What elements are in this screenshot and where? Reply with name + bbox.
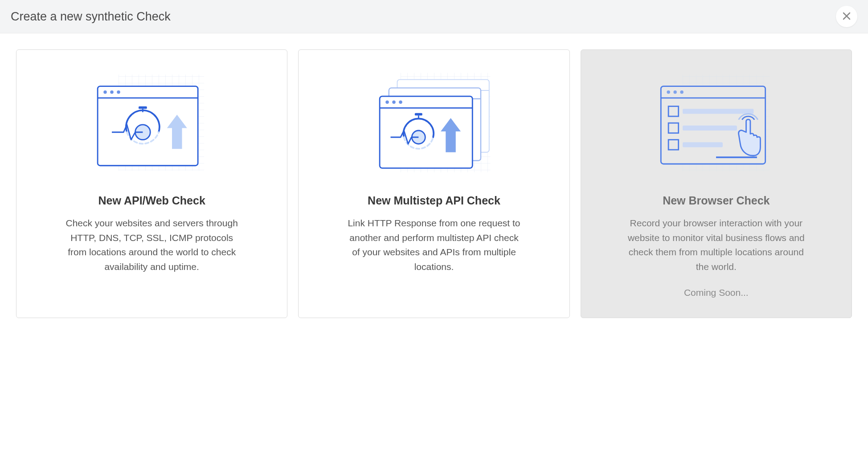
card-title: New Browser Check xyxy=(663,194,770,207)
dialog-title: Create a new synthetic Check xyxy=(11,10,171,24)
svg-point-32 xyxy=(674,90,677,94)
dialog-header: Create a new synthetic Check xyxy=(0,0,868,33)
card-api-web-check[interactable]: New API/Web Check Check your websites an… xyxy=(16,49,287,318)
card-description: Link HTTP Response from one request to a… xyxy=(345,216,523,274)
close-icon xyxy=(842,9,851,24)
svg-rect-39 xyxy=(683,142,723,147)
api-web-check-icon xyxy=(85,66,219,182)
svg-rect-37 xyxy=(683,126,737,131)
svg-point-22 xyxy=(399,101,402,104)
card-title: New API/Web Check xyxy=(98,194,205,207)
browser-check-icon xyxy=(649,66,783,182)
card-multistep-api-check[interactable]: New Multistep API Check Link HTTP Respon… xyxy=(298,49,569,318)
card-browser-check: New Browser Check Record your browser in… xyxy=(581,49,852,318)
svg-point-5 xyxy=(103,90,107,94)
multistep-api-check-icon xyxy=(367,66,501,182)
svg-point-21 xyxy=(392,101,396,104)
card-status: Coming Soon... xyxy=(684,287,749,298)
svg-rect-23 xyxy=(415,113,422,116)
card-description: Record your browser interaction with you… xyxy=(627,216,805,274)
card-description: Check your websites and servers through … xyxy=(63,216,241,274)
svg-rect-35 xyxy=(683,109,753,114)
svg-point-31 xyxy=(667,90,671,94)
svg-point-20 xyxy=(385,101,389,104)
card-title: New Multistep API Check xyxy=(368,194,500,207)
svg-point-7 xyxy=(117,90,120,94)
svg-point-33 xyxy=(680,90,684,94)
svg-point-6 xyxy=(110,90,114,94)
svg-rect-8 xyxy=(139,106,147,109)
svg-rect-18 xyxy=(380,96,472,168)
close-button[interactable] xyxy=(836,6,857,27)
check-type-cards: New API/Web Check Check your websites an… xyxy=(0,33,868,334)
